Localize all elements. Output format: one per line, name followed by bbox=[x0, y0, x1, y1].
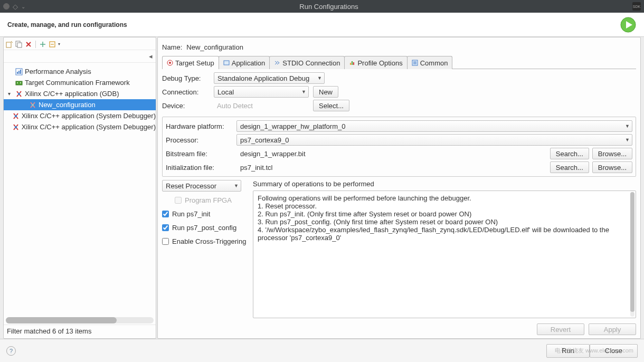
summary-line: 3. Run ps7_post_config. (Only first time… bbox=[258, 218, 631, 226]
titlebar: ◇ ⌄ Run Configurations SDK bbox=[0, 0, 644, 13]
tab-application[interactable]: Application bbox=[219, 56, 270, 69]
bitstream-value[interactable]: design_1_wrapper.bit bbox=[236, 148, 547, 159]
name-value[interactable]: New_configuration bbox=[186, 43, 636, 51]
bitstream-search-button[interactable]: Search... bbox=[550, 148, 589, 159]
svg-rect-22 bbox=[353, 62, 354, 65]
name-label: Name: bbox=[162, 43, 182, 51]
summary-vscrollbar[interactable] bbox=[630, 192, 634, 317]
svg-point-14 bbox=[32, 104, 34, 106]
tree-item-sysdbg2[interactable]: Xilinx C/C++ application (System Debugge… bbox=[4, 121, 156, 132]
initfile-search-button[interactable]: Search... bbox=[550, 161, 589, 173]
revert-button: Revert bbox=[537, 323, 584, 335]
filter-input[interactable] bbox=[7, 51, 153, 62]
perf-analysis-icon bbox=[15, 68, 23, 75]
connection-combo[interactable]: Local▼ bbox=[214, 86, 309, 98]
bitstream-browse-button[interactable]: Browse... bbox=[592, 148, 632, 159]
apply-button: Apply bbox=[589, 323, 636, 335]
debug-type-combo[interactable]: Standalone Application Debug▼ bbox=[214, 72, 325, 84]
svg-rect-19 bbox=[224, 61, 229, 65]
filter-status: Filter matched 6 of 13 items bbox=[4, 325, 156, 337]
tab-stdio[interactable]: STDIO Connection bbox=[269, 56, 345, 69]
window-title: Run Configurations bbox=[25, 3, 632, 11]
tab-profile[interactable]: Profile Options bbox=[344, 56, 407, 69]
window-close-icon[interactable] bbox=[3, 3, 10, 9]
header-subtitle: Create, manage, and run configurations bbox=[7, 21, 127, 28]
summary-line: 1. Reset processor. bbox=[258, 202, 631, 210]
duplicate-config-icon[interactable] bbox=[15, 41, 23, 48]
expand-all-icon[interactable] bbox=[39, 41, 46, 48]
svg-rect-8 bbox=[18, 71, 20, 74]
run-ps7-post-checkbox[interactable]: Run ps7_post_config bbox=[162, 222, 249, 233]
cross-trigger-checkbox[interactable]: Enable Cross-Triggering bbox=[162, 236, 249, 246]
connection-label: Connection: bbox=[162, 88, 210, 96]
tree-label: Xilinx C/C++ application (System Debugge… bbox=[22, 123, 156, 131]
tree-item-sysdbg1[interactable]: Xilinx C/C++ application (System Debugge… bbox=[4, 110, 156, 121]
new-config-icon[interactable] bbox=[6, 41, 13, 48]
svg-rect-15 bbox=[15, 115, 17, 117]
tree-label: New_configuration bbox=[39, 101, 96, 109]
close-button[interactable]: Close bbox=[590, 344, 638, 358]
window-diamond-icon[interactable]: ◇ bbox=[13, 3, 18, 11]
stdio-icon bbox=[274, 60, 280, 66]
svg-rect-20 bbox=[350, 63, 351, 65]
tree-item-tcf[interactable]: Target Communication Framework bbox=[4, 77, 156, 88]
tab-label: STDIO Connection bbox=[282, 59, 340, 67]
processor-label: Processor: bbox=[166, 136, 233, 144]
run-ps7-init-checkbox[interactable]: Run ps7_init bbox=[162, 208, 249, 219]
svg-point-18 bbox=[169, 62, 171, 64]
config-list-pane: ▾ ◂ Performance Analysis Target Communic… bbox=[3, 37, 156, 339]
run-glyph-icon bbox=[620, 16, 637, 33]
summary-line: 2. Run ps7_init. (Only first time after … bbox=[258, 210, 631, 218]
tab-common[interactable]: Common bbox=[407, 56, 453, 69]
svg-point-11 bbox=[17, 82, 18, 83]
config-detail-pane: Name: New_configuration Target Setup App… bbox=[157, 37, 641, 339]
tab-target-setup[interactable]: Target Setup bbox=[162, 56, 219, 69]
bitstream-label: Bitstream file: bbox=[166, 150, 233, 158]
tcf-icon bbox=[15, 79, 23, 87]
xilinx-app-icon bbox=[12, 123, 20, 131]
summary-body[interactable]: Following operations will be performed b… bbox=[253, 190, 636, 318]
tree-item-performance[interactable]: Performance Analysis bbox=[4, 66, 156, 77]
help-icon[interactable]: ? bbox=[6, 346, 16, 356]
dialog-header: Create, manage, and run configurations bbox=[0, 13, 644, 37]
tree-label: Target Communication Framework bbox=[25, 79, 130, 87]
common-icon bbox=[412, 60, 418, 66]
xilinx-app-icon bbox=[12, 112, 20, 120]
device-select-button[interactable]: Select... bbox=[313, 100, 349, 111]
summary-title: Summary of operations to be performed bbox=[253, 180, 636, 190]
svg-rect-7 bbox=[17, 72, 18, 74]
xilinx-app-icon bbox=[15, 90, 23, 98]
collapse-all-icon[interactable] bbox=[49, 41, 56, 48]
filter-box[interactable]: ◂ bbox=[4, 50, 156, 63]
initfile-browse-button[interactable]: Browse... bbox=[592, 161, 632, 173]
svg-rect-2 bbox=[6, 42, 11, 47]
tree-item-new-config[interactable]: New_configuration bbox=[4, 99, 156, 110]
initfile-value[interactable]: ps7_init.tcl bbox=[236, 161, 547, 173]
tree-hscrollbar[interactable] bbox=[6, 317, 154, 323]
target-setup-form: Debug Type: Standalone Application Debug… bbox=[162, 69, 636, 115]
tab-bar: Target Setup Application STDIO Connectio… bbox=[162, 55, 636, 69]
config-tree[interactable]: Performance Analysis Target Communicatio… bbox=[4, 63, 156, 316]
dialog-footer: ? Run Close bbox=[0, 339, 644, 362]
platform-group: Hardware platform: design_1_wrapper_hw_p… bbox=[162, 117, 636, 177]
run-button[interactable]: Run bbox=[546, 344, 590, 358]
svg-rect-10 bbox=[16, 81, 22, 85]
svg-rect-16 bbox=[15, 126, 17, 128]
application-icon bbox=[223, 60, 230, 66]
delete-config-icon[interactable] bbox=[25, 41, 32, 48]
svg-point-12 bbox=[20, 82, 21, 83]
processor-combo[interactable]: ps7_cortexa9_0▼ bbox=[236, 134, 632, 146]
device-placeholder: Auto Detect bbox=[214, 102, 309, 110]
connection-new-button[interactable]: New bbox=[313, 86, 338, 98]
launch-config-icon bbox=[29, 101, 36, 109]
window-chevron-icon[interactable]: ⌄ bbox=[21, 4, 25, 9]
twisty-icon[interactable]: ▾ bbox=[8, 91, 13, 97]
debug-type-label: Debug Type: bbox=[162, 74, 210, 82]
tab-label: Target Setup bbox=[175, 59, 214, 67]
initfile-label: Initialization file: bbox=[166, 164, 233, 172]
program-fpga-checkbox: Program FPGA bbox=[162, 195, 249, 205]
hw-platform-combo[interactable]: design_1_wrapper_hw_platform_0▼ bbox=[236, 120, 632, 132]
tree-item-gdb[interactable]: ▾ Xilinx C/C++ application (GDB) bbox=[4, 88, 156, 99]
toolbar-dropdown-icon[interactable]: ▾ bbox=[58, 42, 60, 46]
reset-combo[interactable]: Reset Processor▼ bbox=[162, 180, 241, 192]
